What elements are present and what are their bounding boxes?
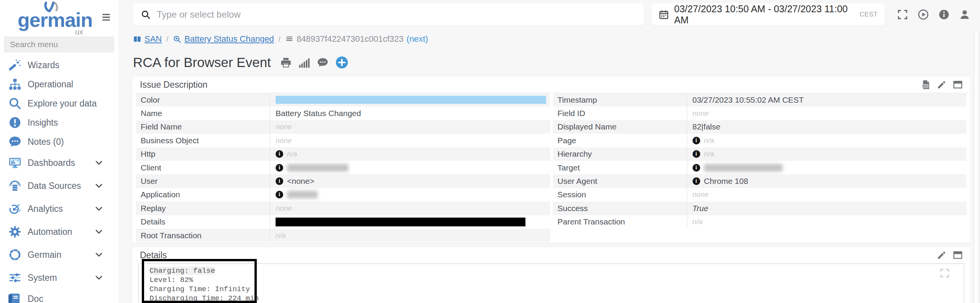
sidebar-item-germain[interactable]: Germain: [0, 243, 118, 266]
value-text: Chrome 108: [704, 177, 749, 186]
issue-description-tables: Color Name Battery Status Changed Field …: [132, 93, 970, 242]
search-icon: [8, 97, 21, 110]
row-field-id: Field ID none: [553, 106, 967, 120]
field-value: Battery Status Changed: [270, 106, 550, 120]
print-icon[interactable]: [280, 57, 292, 68]
breadcrumb-item-848937f42247301c001cf323: 848937f42247301c001cf323(next): [285, 34, 428, 44]
scrollbar-thumb[interactable]: [974, 30, 979, 303]
sidebar-item-dashboards[interactable]: Dashboards: [0, 151, 118, 174]
date-range-picker[interactable]: 03/27/2023 10:50 AM - 03/27/2023 11:00 A…: [652, 3, 885, 26]
field-value: none: [270, 120, 550, 134]
sidebar-item-data-sources[interactable]: Data Sources: [0, 174, 118, 197]
row-hierarchy: Hierarchy in/a: [553, 147, 967, 161]
chart-bars-icon[interactable]: [299, 57, 310, 68]
sidebar: germain ux WizardsOperationalExplore you…: [0, 0, 118, 303]
field-value: none: [270, 134, 550, 147]
chevron-down-icon: [94, 158, 103, 167]
edit-icon[interactable]: [937, 250, 947, 260]
user-icon[interactable]: [959, 9, 970, 20]
logo: germain ux: [0, 0, 118, 36]
value-text: <none>: [287, 177, 314, 186]
info-circle-icon[interactable]: i: [693, 137, 700, 144]
info-circle-icon[interactable]: i: [693, 177, 700, 185]
sidebar-item-automation[interactable]: Automation: [0, 220, 118, 243]
fullscreen-icon[interactable]: [897, 9, 908, 20]
menu-toggle-icon[interactable]: [100, 12, 112, 22]
row-field-name: Field Name none: [136, 120, 550, 134]
expand-icon[interactable]: [939, 268, 950, 278]
sidebar-item-label: System: [28, 273, 57, 283]
muted-value: none: [276, 204, 292, 213]
sidebar-item-label: Wizards: [28, 60, 59, 70]
muted-value: n/a: [704, 150, 714, 158]
svg-text:CSV: CSV: [923, 85, 928, 87]
sidebar-item-doc[interactable]: Doc: [0, 289, 118, 303]
chevron-down-icon: [94, 250, 103, 259]
right-field-table: Timestamp 03/27/2023 10:55:02 AM CEST Fi…: [553, 93, 967, 242]
breadcrumb-item-san[interactable]: SAN: [133, 34, 162, 44]
window-icon[interactable]: [953, 80, 963, 90]
row-client: Client i: [136, 161, 550, 174]
info-circle-icon[interactable]: i: [693, 150, 700, 158]
info-circle-icon[interactable]: i: [276, 191, 283, 198]
row-success: Success True: [553, 201, 967, 215]
sidebar-item-wizards[interactable]: Wizards: [0, 56, 118, 75]
row-user: User i<none>: [136, 174, 550, 188]
sidebar-search-input[interactable]: [4, 36, 114, 52]
sidebar-item-operational[interactable]: Operational: [0, 75, 118, 94]
details-actions: [937, 250, 963, 260]
row-user-agent: User Agent iChrome 108: [553, 174, 967, 188]
details-panel: Details Charging: falseLevel: 82%Chargin…: [132, 247, 970, 303]
edit-icon[interactable]: [937, 80, 947, 90]
germain-icon: [8, 248, 21, 261]
field-label: Name: [136, 106, 270, 120]
comment-icon[interactable]: [317, 57, 328, 68]
info-icon[interactable]: [938, 9, 950, 20]
date-range-value: 03/27/2023 10:50 AM - 03/27/2023 11:00 A…: [674, 3, 854, 26]
breadcrumb-item-battery-status-changed[interactable]: Battery Status Changed: [173, 34, 274, 44]
row-http: Http in/a: [136, 147, 550, 161]
field-value: 82|false: [687, 120, 967, 134]
sidebar-item-explore-your-data[interactable]: Explore your data: [0, 94, 118, 113]
field-value: [270, 93, 550, 106]
global-search-input[interactable]: [156, 9, 636, 20]
sidebar-item-insights[interactable]: Insights: [0, 113, 118, 132]
field-label: Http: [136, 147, 270, 161]
sidebar-item-system[interactable]: System: [0, 266, 118, 289]
field-value: n/a: [270, 229, 550, 242]
sidebar-menu: WizardsOperationalExplore your dataInsig…: [0, 56, 118, 303]
info-circle-icon[interactable]: i: [276, 164, 283, 172]
row-root-transaction: Root Transaction n/a: [136, 229, 550, 242]
breadcrumb-label[interactable]: Battery Status Changed: [184, 34, 274, 44]
value-text: True: [693, 204, 709, 213]
doc-icon: [8, 292, 21, 303]
field-value: in/a: [687, 134, 967, 147]
breadcrumb-next-link[interactable]: (next): [407, 34, 428, 44]
field-label: Field ID: [553, 106, 687, 120]
field-label: Hierarchy: [553, 147, 687, 161]
field-label: Field Name: [136, 120, 270, 134]
notes-icon: [8, 135, 21, 148]
breadcrumb-label: 848937f42247301c001cf323: [297, 34, 404, 44]
main-content: 03/27/2023 10:50 AM - 03/27/2023 11:00 A…: [118, 0, 980, 303]
issue-description-title: Issue Description: [140, 80, 207, 90]
breadcrumb-separator: /: [166, 35, 168, 43]
window-icon[interactable]: [953, 250, 963, 260]
csv-export-icon[interactable]: CSV: [921, 80, 931, 90]
play-icon[interactable]: [918, 9, 929, 20]
info-circle-icon[interactable]: i: [276, 177, 283, 185]
info-circle-icon[interactable]: i: [693, 164, 700, 172]
field-value: i<none>: [270, 174, 550, 188]
breadcrumb-label[interactable]: SAN: [144, 34, 162, 44]
add-icon[interactable]: [335, 56, 348, 69]
value-text: 03/27/2023 10:55:02 AM CEST: [693, 95, 804, 105]
sidebar-item-analytics[interactable]: Analytics: [0, 197, 118, 220]
muted-value: n/a: [704, 136, 714, 145]
sidebar-item-notes-0[interactable]: Notes (0): [0, 132, 118, 151]
zoom-in-icon: [173, 35, 181, 43]
row-replay: Replay none: [136, 201, 550, 215]
redacted-blurred-value: [287, 191, 318, 198]
info-circle-icon[interactable]: i: [276, 150, 283, 158]
field-value: iChrome 108: [687, 174, 967, 188]
field-value: none: [270, 201, 550, 215]
